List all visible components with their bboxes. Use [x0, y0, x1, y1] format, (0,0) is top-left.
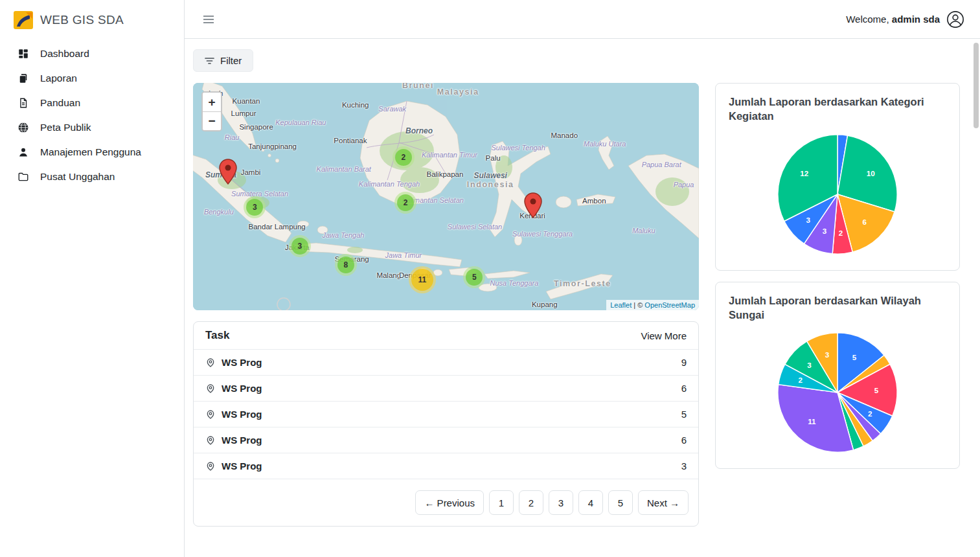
task-row-title: WS Prog: [222, 460, 268, 472]
task-row[interactable]: WS Prog6: [194, 376, 698, 402]
dashboard-content: Filter: [185, 39, 980, 557]
leaflet-link[interactable]: Leaflet: [610, 301, 632, 309]
menu-toggle-icon[interactable]: [203, 15, 214, 24]
map-label-indonesia: Indonesia: [467, 180, 514, 189]
dashboard-columns: IpohKuantanLumpurSingaporeTanjungpinangK…: [193, 83, 980, 527]
chart-card-wilayah-sungai: Jumlah Laporan berdasarkan Wilayah Sunga…: [715, 282, 960, 470]
sidebar-item-manajemen-pengguna[interactable]: Manajemen Pengguna: [0, 140, 184, 165]
cluster-inner: 5: [466, 269, 483, 286]
pagination-page-5[interactable]: 5: [608, 490, 633, 515]
pie-slice-label: 2: [799, 376, 803, 384]
right-column: Jumlah Laporan berdasarkan Kategori Kegi…: [715, 83, 960, 469]
map-label-jambi: Jambi: [241, 168, 261, 176]
map-label-riau: Riau: [225, 133, 240, 141]
map-label-pontianak: Pontianak: [334, 137, 367, 144]
map-label-maluku-utara: Maluku Utara: [584, 140, 626, 148]
map-label-kalimantan-barat: Kalimantan Barat: [317, 165, 371, 173]
cluster-inner: 2: [395, 149, 412, 166]
task-row-value: 6: [681, 383, 687, 394]
task-row[interactable]: WS Prog6: [194, 427, 698, 453]
openstreetmap-link[interactable]: OpenStreetMap: [644, 301, 695, 309]
map-label-brunei: Brunei: [402, 83, 434, 90]
zoom-in-button[interactable]: +: [203, 93, 221, 111]
pagination-previous-button[interactable]: ← Previous: [415, 490, 484, 515]
map-cluster-marker[interactable]: 5: [463, 266, 485, 288]
pie-slice-label: 2: [839, 228, 843, 236]
map-label-jawa-timur: Jawa Timur: [385, 251, 422, 259]
user-avatar-icon[interactable]: [946, 10, 964, 28]
task-row-value: 5: [681, 409, 687, 420]
map-label-kuantan: Kuantan: [233, 97, 260, 105]
map-pin-marker[interactable]: [524, 192, 542, 221]
map-cluster-marker[interactable]: 3: [244, 196, 266, 218]
view-more-link[interactable]: View More: [641, 330, 687, 341]
map[interactable]: IpohKuantanLumpurSingaporeTanjungpinangK…: [193, 83, 699, 310]
map-cluster-marker[interactable]: 3: [289, 235, 311, 257]
pie-slice-label: 6: [862, 218, 867, 226]
sidebar-item-dashboard[interactable]: Dashboard: [0, 41, 184, 66]
cluster-count: 3: [253, 203, 257, 212]
map-label-timor-leste: Timor-Leste: [554, 279, 611, 288]
username: admin sda: [892, 14, 940, 25]
cluster-count: 11: [418, 275, 426, 284]
map-label-sulawesi-tengah: Sulawesi Tengah: [491, 144, 545, 152]
task-row[interactable]: WS Prog5: [194, 402, 698, 427]
pie-slice-label: 5: [852, 353, 857, 361]
map-cluster-marker[interactable]: 2: [393, 146, 415, 168]
sidebar-item-laporan[interactable]: Laporan: [0, 66, 184, 91]
map-label-sulawesi-tenggara: Sulawesi Tenggara: [512, 230, 573, 238]
task-row[interactable]: WS Prog9: [194, 350, 698, 376]
app-window: WEB GIS SDA DashboardLaporanPanduanPeta …: [0, 0, 980, 557]
filter-button[interactable]: Filter: [193, 49, 253, 72]
scrollbar-thumb[interactable]: [974, 43, 979, 128]
map-label-jawa-tengah: Jawa Tengah: [322, 231, 364, 239]
guide-document-icon: [17, 97, 30, 109]
map-label-bandar-lampung: Bandar Lampung: [249, 223, 306, 231]
chart-card-kategori-kegiatan: Jumlah Laporan berdasarkan Kategori Kegi…: [715, 83, 960, 271]
map-cluster-marker[interactable]: 11: [409, 266, 436, 293]
task-row-title: WS Prog: [222, 409, 268, 420]
map-label-singapore: Singapore: [239, 123, 273, 131]
location-pin-icon: [205, 435, 216, 446]
task-rows: WS Prog9WS Prog6WS Prog5WS Prog6WS Prog3: [194, 350, 698, 479]
pagination-page-2[interactable]: 2: [519, 490, 543, 515]
sidebar-item-label: Manajemen Pengguna: [40, 146, 141, 158]
cluster-count: 5: [472, 273, 477, 282]
pie-slice-label: 10: [867, 169, 875, 177]
pagination-page-1[interactable]: 1: [489, 490, 514, 515]
brand[interactable]: WEB GIS SDA: [0, 0, 184, 38]
reports-icon: [17, 72, 30, 85]
chart-title-kategori: Jumlah Laporan berdasarkan Kategori Kegi…: [729, 95, 946, 124]
task-row-title: WS Prog: [222, 435, 268, 446]
sidebar-item-label: Laporan: [40, 73, 77, 84]
sidebar-item-pusat-unggahan[interactable]: Pusat Unggahan: [0, 165, 184, 189]
welcome-prefix: Welcome,: [846, 14, 889, 25]
map-label-sarawak: Sarawak: [378, 105, 406, 113]
pagination-page-3[interactable]: 3: [549, 490, 573, 515]
pie-chart-wilayah: 55211233: [775, 330, 900, 455]
map-label-tanjungpinang: Tanjungpinang: [248, 142, 297, 150]
task-row[interactable]: WS Prog3: [194, 453, 698, 479]
map-zoom-control: + −: [201, 91, 222, 131]
cluster-inner: 3: [246, 199, 263, 216]
map-attribution[interactable]: Leaflet | © OpenStreetMap: [606, 300, 699, 310]
zoom-out-button[interactable]: −: [203, 111, 221, 130]
map-cluster-marker[interactable]: 2: [394, 192, 416, 214]
chart-title-wilayah: Jumlah Laporan berdasarkan Wilayah Sunga…: [729, 293, 946, 323]
sidebar-item-panduan[interactable]: Panduan: [0, 91, 184, 115]
map-cluster-marker[interactable]: 8: [335, 254, 357, 276]
map-label-malaysia: Malaysia: [437, 87, 479, 97]
app-title: WEB GIS SDA: [40, 13, 124, 27]
map-label-papua-barat: Papua Barat: [642, 161, 681, 168]
task-card-header: Task View More: [194, 322, 698, 350]
sidebar-item-peta-publik[interactable]: Peta Publik: [0, 115, 184, 140]
pagination-next-button[interactable]: Next →: [638, 490, 689, 515]
map-label-malang: Malang: [376, 271, 401, 279]
map-label-borneo: Borneo: [405, 126, 433, 135]
map-label-kalimantan-tengah: Kalimantan Tengah: [359, 180, 420, 188]
pagination-page-4[interactable]: 4: [578, 490, 603, 515]
map-pin-marker[interactable]: [219, 159, 237, 187]
welcome-text: Welcome, admin sda: [846, 14, 940, 25]
filter-label: Filter: [220, 55, 242, 66]
sidebar-item-label: Dashboard: [40, 48, 89, 60]
